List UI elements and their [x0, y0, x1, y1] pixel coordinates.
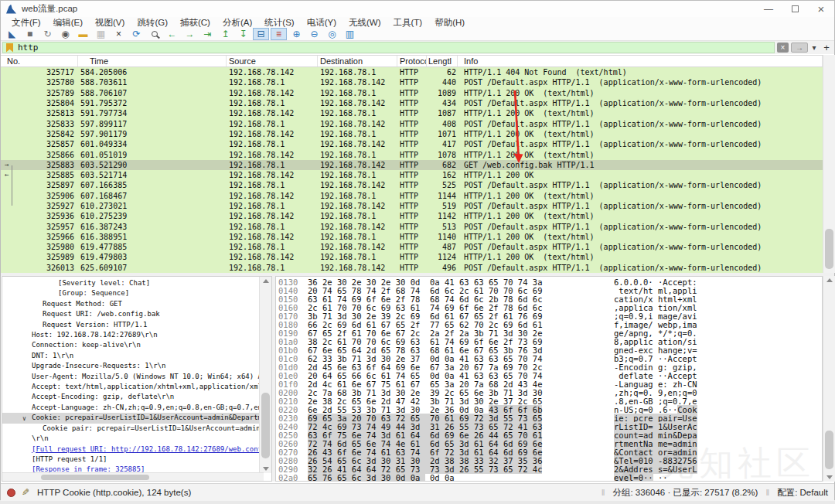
menu-跳转[interactable]: 跳转(G) [131, 17, 174, 29]
menu-分析[interactable]: 分析(A) [216, 17, 258, 29]
find-packet-button[interactable] [146, 28, 162, 40]
clear-filter-button[interactable]: × [777, 43, 789, 53]
packet-row[interactable]: 325833597.899117192.168.78.1192.168.78.1… [1, 118, 823, 128]
scroll-up-icon[interactable] [826, 278, 833, 282]
maximize-button[interactable] [782, 1, 808, 17]
detail-line[interactable]: \r\n [2, 434, 271, 444]
zoom-out-button[interactable]: ⊖ [306, 28, 322, 40]
detail-scroll-thumb[interactable] [261, 393, 270, 458]
packet-row[interactable]: 325857601.049334192.168.78.1192.168.78.1… [1, 139, 823, 149]
packet-list-scrollbar[interactable] [823, 55, 835, 273]
packet-list-scroll-thumb[interactable] [825, 229, 833, 269]
display-filter-input[interactable]: http [2, 42, 775, 53]
packet-row[interactable]: 325789588.706107192.168.78.142192.168.78… [1, 88, 823, 98]
column-header-source[interactable]: Source [227, 56, 318, 66]
go-forward-button[interactable]: → [182, 28, 198, 40]
detail-line[interactable]: ∨Cookie: pcrepair=UserListID=1&UserAccou… [2, 413, 271, 423]
detail-line[interactable]: Request Method: GET [2, 299, 271, 309]
restart-capture-button[interactable]: ↻ [39, 28, 56, 40]
packet-row[interactable]: 325906607.168467192.168.78.142192.168.78… [1, 191, 823, 201]
detail-link[interactable]: [Full request URI: http://192.168.78.142… [32, 445, 266, 453]
detail-line[interactable]: Cookie pair: pcrepair=UserListID=1&UserA… [2, 424, 271, 434]
close-file-button[interactable]: × [111, 28, 127, 40]
menu-电话[interactable]: 电话(Y) [301, 17, 343, 29]
detail-line[interactable]: Accept-Language: zh-CN,zh;q=0.9,en;q=0.8… [2, 403, 271, 413]
column-header-protocol[interactable]: Protocol [397, 56, 427, 66]
go-last-button[interactable]: ↧ [235, 28, 251, 40]
detail-line[interactable]: [Full request URI: http://192.168.78.142… [2, 444, 271, 455]
packet-row[interactable]: 325883→603.521290192.168.78.1192.168.78.… [1, 160, 823, 170]
go-back-button[interactable]: ← [164, 28, 180, 40]
detail-line[interactable]: Accept: text/html,application/xhtml+xml,… [2, 382, 271, 392]
packet-row[interactable]: 326013625.609107192.168.78.1192.168.78.1… [1, 263, 823, 273]
column-header-info[interactable]: Info [458, 56, 823, 66]
detail-line[interactable]: [HTTP request 1/1] [2, 455, 271, 465]
capture-comment-icon[interactable]: ✎ [22, 487, 29, 498]
packet-row[interactable]: 325927610.273021192.168.78.1192.168.78.1… [1, 201, 823, 211]
packet-row[interactable]: 325866601.051019192.168.78.142192.168.78… [1, 149, 823, 159]
detail-text[interactable]: Cookie: pcrepair=UserListID=1&UserAccoun… [32, 414, 266, 421]
detail-scrollbar[interactable] [259, 277, 271, 473]
close-button[interactable]: × [808, 1, 834, 17]
column-header-no[interactable]: No. [1, 56, 78, 66]
expert-info-icon[interactable] [7, 489, 15, 497]
packet-row[interactable]: 325980619.477885192.168.78.1192.168.78.1… [1, 242, 823, 252]
detail-hscroll-thumb[interactable] [41, 475, 149, 480]
packet-row[interactable]: 325717584.205006192.168.78.142192.168.78… [1, 67, 823, 77]
detail-line[interactable]: Accept-Encoding: gzip, deflate\r\n [2, 392, 271, 402]
packet-row[interactable]: 325804591.795372192.168.78.1192.168.78.1… [1, 98, 823, 108]
detail-hscrollbar[interactable] [2, 472, 264, 481]
packet-row[interactable]: 325897607.166385192.168.78.1192.168.78.1… [1, 180, 823, 190]
apply-filter-button[interactable]: → [791, 43, 808, 53]
packet-row[interactable]: 325957616.387243192.168.78.1192.168.78.1… [1, 221, 823, 231]
packet-row[interactable]: 325966616.388951192.168.78.142192.168.78… [1, 232, 823, 242]
packet-row[interactable]: 325842597.901179192.168.78.142192.168.78… [1, 129, 823, 139]
go-first-button[interactable]: ↥ [217, 28, 233, 40]
packet-row[interactable]: 325936610.275239192.168.78.142192.168.78… [1, 211, 823, 221]
detail-line[interactable]: Host: 192.168.78.142:27689\r\n [2, 330, 271, 340]
hex-scroll-thumb[interactable] [825, 431, 833, 469]
detail-line[interactable]: Upgrade-Insecure-Requests: 1\r\n [2, 361, 271, 371]
scroll-down-icon[interactable] [263, 467, 269, 471]
menu-视图[interactable]: 视图(V) [89, 17, 131, 29]
zoom-original-button[interactable]: ◎ [324, 28, 340, 40]
open-file-button[interactable]: ▬ [75, 28, 91, 40]
packet-row[interactable]: 325813591.797734192.168.78.142192.168.78… [1, 108, 823, 118]
column-header-destination[interactable]: Destination [318, 56, 397, 66]
save-file-button[interactable]: ▦ [93, 28, 109, 40]
hex-scrollbar[interactable] [823, 276, 835, 482]
detail-line[interactable]: User-Agent: Mozilla/5.0 (Windows NT 10.0… [2, 372, 271, 382]
minimize-button[interactable]: — [755, 1, 782, 17]
packet-row[interactable]: 325780588.703611192.168.78.1192.168.78.1… [1, 77, 823, 87]
packet-row[interactable]: 325989619.479803192.168.78.142192.168.78… [1, 252, 823, 262]
menu-工具[interactable]: 工具(T) [387, 17, 429, 29]
detail-line[interactable]: [Group: Sequence] [2, 288, 271, 298]
start-capture-button[interactable]: ◣ [4, 28, 20, 40]
collapse-chevron-icon[interactable]: ∨ [22, 414, 26, 424]
menu-统计[interactable]: 统计(S) [258, 17, 300, 29]
add-filter-button[interactable]: + [820, 43, 833, 53]
capture-options-button[interactable]: ◉ [57, 28, 73, 40]
detail-line[interactable]: Connection: keep-alive\r\n [2, 340, 271, 350]
resize-columns-button[interactable]: ▥ [342, 28, 358, 40]
go-to-packet-button[interactable]: ⇥ [199, 28, 216, 40]
menu-无线[interactable]: 无线(W) [343, 17, 387, 29]
detail-line[interactable]: Request Version: HTTP/1.1 [2, 320, 271, 330]
detail-line[interactable]: Request URI: /web.config.bak [2, 309, 271, 319]
stop-capture-button[interactable]: ■ [22, 28, 38, 40]
auto-scroll-button[interactable]: ⊟ [253, 28, 269, 40]
scroll-down-icon[interactable] [826, 475, 833, 479]
packet-row[interactable]: 325885←603.521714192.168.78.142192.168.7… [1, 170, 823, 180]
menu-编辑[interactable]: 编辑(E) [47, 17, 89, 29]
column-header-time[interactable]: Time [78, 56, 227, 66]
colorize-button[interactable]: ≡ [271, 28, 287, 40]
menu-帮助[interactable]: 帮助(H) [428, 17, 471, 29]
bookmark-icon[interactable] [6, 43, 13, 53]
menu-文件[interactable]: 文件(F) [5, 17, 47, 29]
detail-line[interactable]: [Severity level: Chat] [2, 278, 271, 288]
column-header-lengtl[interactable]: Lengtl [427, 56, 458, 66]
reload-file-button[interactable]: ⟳ [128, 28, 145, 40]
profile-label[interactable]: 配置: Default [777, 487, 828, 499]
zoom-in-button[interactable]: ⊕ [288, 28, 305, 40]
detail-line[interactable]: DNT: 1\r\n [2, 351, 271, 361]
